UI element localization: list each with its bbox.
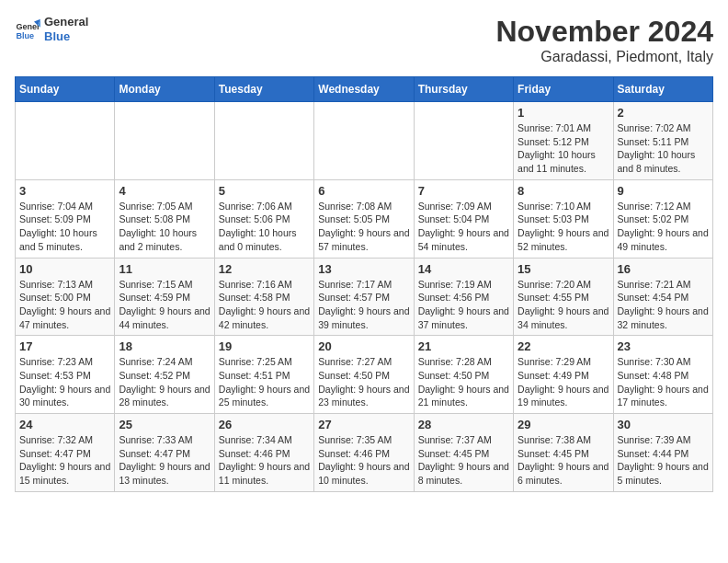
day-number: 17: [19, 339, 110, 353]
day-detail: Sunrise: 7:25 AM Sunset: 4:51 PM Dayligh…: [219, 355, 310, 409]
calendar-cell: 9Sunrise: 7:12 AM Sunset: 5:02 PM Daylig…: [613, 179, 712, 258]
calendar-week-row: 3Sunrise: 7:04 AM Sunset: 5:09 PM Daylig…: [16, 179, 713, 258]
header-day: Monday: [115, 77, 214, 102]
calendar-title: November 2024: [495, 15, 713, 49]
calendar-cell: 26Sunrise: 7:34 AM Sunset: 4:46 PM Dayli…: [214, 414, 313, 492]
header-day: Friday: [514, 77, 613, 102]
day-number: 28: [418, 418, 509, 431]
day-number: 26: [219, 418, 310, 431]
day-number: 9: [618, 184, 709, 198]
calendar-cell: 1Sunrise: 7:01 AM Sunset: 5:12 PM Daylig…: [514, 102, 613, 180]
day-detail: Sunrise: 7:17 AM Sunset: 4:57 PM Dayligh…: [318, 278, 409, 332]
day-number: 21: [418, 339, 509, 353]
day-number: 8: [518, 184, 609, 198]
header-day: Tuesday: [214, 77, 313, 102]
logo-icon: General Blue: [15, 17, 40, 42]
day-detail: Sunrise: 7:28 AM Sunset: 4:50 PM Dayligh…: [418, 355, 509, 409]
calendar-cell: 17Sunrise: 7:23 AM Sunset: 4:53 PM Dayli…: [16, 336, 115, 414]
day-detail: Sunrise: 7:13 AM Sunset: 5:00 PM Dayligh…: [19, 278, 110, 332]
day-number: 15: [518, 262, 609, 276]
day-number: 7: [418, 184, 509, 198]
day-number: 19: [219, 339, 310, 353]
day-detail: Sunrise: 7:32 AM Sunset: 4:47 PM Dayligh…: [19, 433, 110, 488]
calendar-cell: 22Sunrise: 7:29 AM Sunset: 4:49 PM Dayli…: [514, 336, 613, 414]
calendar-week-row: 24Sunrise: 7:32 AM Sunset: 4:47 PM Dayli…: [16, 414, 713, 492]
calendar-subtitle: Garadassi, Piedmont, Italy: [495, 49, 713, 65]
day-number: 20: [318, 339, 409, 353]
calendar-cell: 15Sunrise: 7:20 AM Sunset: 4:55 PM Dayli…: [514, 258, 613, 336]
header-day: Sunday: [16, 77, 115, 102]
header-row: SundayMondayTuesdayWednesdayThursdayFrid…: [16, 77, 713, 102]
day-detail: Sunrise: 7:34 AM Sunset: 4:46 PM Dayligh…: [219, 433, 310, 488]
day-detail: Sunrise: 7:15 AM Sunset: 4:59 PM Dayligh…: [119, 278, 210, 332]
day-number: 29: [518, 418, 609, 431]
day-number: 30: [618, 418, 709, 431]
logo-text: General Blue: [44, 15, 88, 43]
calendar-cell: 18Sunrise: 7:24 AM Sunset: 4:52 PM Dayli…: [115, 336, 214, 414]
day-detail: Sunrise: 7:12 AM Sunset: 5:02 PM Dayligh…: [618, 200, 709, 254]
calendar-table: SundayMondayTuesdayWednesdayThursdayFrid…: [15, 76, 713, 492]
calendar-cell: 6Sunrise: 7:08 AM Sunset: 5:05 PM Daylig…: [314, 179, 414, 258]
day-detail: Sunrise: 7:27 AM Sunset: 4:50 PM Dayligh…: [318, 355, 409, 409]
day-detail: Sunrise: 7:09 AM Sunset: 5:04 PM Dayligh…: [418, 200, 509, 254]
calendar-cell: 21Sunrise: 7:28 AM Sunset: 4:50 PM Dayli…: [414, 336, 513, 414]
day-number: 18: [119, 339, 210, 353]
title-block: November 2024 Garadassi, Piedmont, Italy: [495, 15, 713, 65]
day-number: 25: [119, 418, 210, 431]
day-number: 3: [19, 184, 110, 198]
day-detail: Sunrise: 7:01 AM Sunset: 5:12 PM Dayligh…: [518, 121, 609, 176]
calendar-body: 1Sunrise: 7:01 AM Sunset: 5:12 PM Daylig…: [16, 102, 713, 492]
calendar-cell: 20Sunrise: 7:27 AM Sunset: 4:50 PM Dayli…: [314, 336, 414, 414]
header-day: Thursday: [414, 77, 513, 102]
day-number: 16: [618, 262, 709, 276]
day-detail: Sunrise: 7:10 AM Sunset: 5:03 PM Dayligh…: [518, 200, 609, 254]
calendar-cell: [115, 102, 214, 180]
calendar-cell: 7Sunrise: 7:09 AM Sunset: 5:04 PM Daylig…: [414, 179, 513, 258]
day-number: 5: [219, 184, 310, 198]
day-number: 2: [618, 106, 709, 120]
day-detail: Sunrise: 7:39 AM Sunset: 4:44 PM Dayligh…: [618, 433, 709, 488]
day-number: 10: [19, 262, 110, 276]
header-day: Saturday: [613, 77, 712, 102]
day-detail: Sunrise: 7:33 AM Sunset: 4:47 PM Dayligh…: [119, 433, 210, 488]
day-detail: Sunrise: 7:21 AM Sunset: 4:54 PM Dayligh…: [618, 278, 709, 332]
day-detail: Sunrise: 7:29 AM Sunset: 4:49 PM Dayligh…: [518, 355, 609, 409]
calendar-cell: 8Sunrise: 7:10 AM Sunset: 5:03 PM Daylig…: [514, 179, 613, 258]
day-number: 1: [518, 106, 609, 120]
day-number: 23: [618, 339, 709, 353]
day-detail: Sunrise: 7:08 AM Sunset: 5:05 PM Dayligh…: [318, 200, 409, 254]
day-number: 27: [318, 418, 409, 431]
calendar-cell: 23Sunrise: 7:30 AM Sunset: 4:48 PM Dayli…: [613, 336, 712, 414]
calendar-cell: [314, 102, 414, 180]
day-number: 4: [119, 184, 210, 198]
calendar-cell: [214, 102, 313, 180]
logo-line2: Blue: [44, 29, 88, 44]
logo: General Blue General Blue: [15, 15, 88, 43]
calendar-cell: 19Sunrise: 7:25 AM Sunset: 4:51 PM Dayli…: [214, 336, 313, 414]
calendar-cell: 29Sunrise: 7:38 AM Sunset: 4:45 PM Dayli…: [514, 414, 613, 492]
day-number: 12: [219, 262, 310, 276]
day-number: 11: [119, 262, 210, 276]
day-detail: Sunrise: 7:37 AM Sunset: 4:45 PM Dayligh…: [418, 433, 509, 488]
page-header: General Blue General Blue November 2024 …: [15, 15, 713, 65]
day-number: 6: [318, 184, 409, 198]
day-number: 14: [418, 262, 509, 276]
day-number: 24: [19, 418, 110, 431]
calendar-cell: 28Sunrise: 7:37 AM Sunset: 4:45 PM Dayli…: [414, 414, 513, 492]
calendar-cell: 24Sunrise: 7:32 AM Sunset: 4:47 PM Dayli…: [16, 414, 115, 492]
calendar-cell: 12Sunrise: 7:16 AM Sunset: 4:58 PM Dayli…: [214, 258, 313, 336]
calendar-cell: 13Sunrise: 7:17 AM Sunset: 4:57 PM Dayli…: [314, 258, 414, 336]
day-detail: Sunrise: 7:04 AM Sunset: 5:09 PM Dayligh…: [19, 200, 110, 254]
calendar-cell: 2Sunrise: 7:02 AM Sunset: 5:11 PM Daylig…: [613, 102, 712, 180]
calendar-week-row: 17Sunrise: 7:23 AM Sunset: 4:53 PM Dayli…: [16, 336, 713, 414]
day-detail: Sunrise: 7:24 AM Sunset: 4:52 PM Dayligh…: [119, 355, 210, 409]
calendar-header: SundayMondayTuesdayWednesdayThursdayFrid…: [16, 77, 713, 102]
day-detail: Sunrise: 7:02 AM Sunset: 5:11 PM Dayligh…: [618, 121, 709, 176]
calendar-cell: 11Sunrise: 7:15 AM Sunset: 4:59 PM Dayli…: [115, 258, 214, 336]
calendar-cell: 30Sunrise: 7:39 AM Sunset: 4:44 PM Dayli…: [613, 414, 712, 492]
day-detail: Sunrise: 7:23 AM Sunset: 4:53 PM Dayligh…: [19, 355, 110, 409]
day-detail: Sunrise: 7:20 AM Sunset: 4:55 PM Dayligh…: [518, 278, 609, 332]
calendar-cell: 5Sunrise: 7:06 AM Sunset: 5:06 PM Daylig…: [214, 179, 313, 258]
day-detail: Sunrise: 7:19 AM Sunset: 4:56 PM Dayligh…: [418, 278, 509, 332]
calendar-cell: 27Sunrise: 7:35 AM Sunset: 4:46 PM Dayli…: [314, 414, 414, 492]
